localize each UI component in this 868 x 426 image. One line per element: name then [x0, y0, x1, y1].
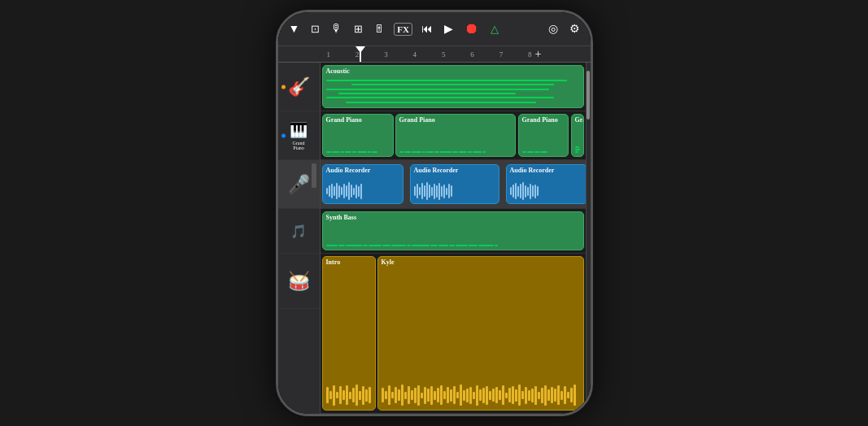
track-header-piano[interactable]: 🎹 GrandPiano — [278, 111, 320, 160]
midi-dot — [430, 245, 438, 246]
midi-dot — [478, 245, 494, 246]
wave-bar — [349, 392, 351, 399]
wave-bar — [421, 183, 423, 199]
wave-bar — [365, 389, 368, 402]
wave-bar — [341, 187, 342, 195]
wave-bar — [426, 182, 428, 200]
playhead[interactable] — [360, 46, 361, 62]
track-header-acoustic[interactable]: 🎸 — [278, 63, 320, 111]
clip-audio-3[interactable]: Audio Recorder — [506, 164, 586, 204]
wave-bar — [531, 389, 534, 402]
midi-dot — [434, 151, 439, 153]
mic-icon[interactable]: 🎙 — [329, 21, 345, 37]
wave-bar — [346, 385, 348, 405]
acoustic-melody-lines — [326, 79, 580, 104]
clip-kyle[interactable]: Kyle — [377, 256, 584, 411]
wave-bar — [538, 392, 540, 399]
settings-icon[interactable]: ⚙ — [567, 20, 582, 37]
wave-bar — [336, 392, 338, 398]
fx-button[interactable]: FX — [394, 23, 412, 36]
track-headers: 🎸 🎹 GrandPiano 🎤 🎵 — [278, 63, 321, 414]
midi-dot — [473, 151, 482, 153]
wave-bar — [448, 184, 450, 198]
wave-bar — [329, 185, 330, 197]
wave-bar — [395, 387, 397, 403]
wave-bar — [567, 392, 569, 398]
scrollbar-thumb[interactable] — [587, 71, 590, 120]
wave-bar — [512, 386, 514, 404]
clip-piano-header[interactable]: Grand Piano — [322, 114, 394, 157]
clip-intro[interactable]: Intro — [322, 256, 376, 411]
clip-piano-3[interactable]: Grand Piano — [571, 114, 584, 157]
ruler-mark-7: 7 — [499, 50, 504, 59]
wave-bar — [329, 391, 332, 399]
wave-bar — [424, 387, 426, 404]
clip-audio-2[interactable]: Audio Recorder — [410, 164, 499, 204]
midi-dot — [534, 151, 539, 153]
tracks-icon[interactable]: ⊡ — [308, 21, 322, 37]
melody-line — [338, 93, 516, 94]
wave-bar — [382, 388, 384, 402]
track-header-synth[interactable]: 🎵 — [278, 209, 320, 254]
wave-bar — [473, 392, 475, 399]
metronome-icon[interactable]: △ — [488, 21, 501, 37]
wave-bar — [441, 186, 443, 197]
wave-bar — [369, 387, 371, 403]
ruler-mark-1: 1 — [327, 50, 331, 59]
wave-bar — [554, 389, 556, 402]
add-track-button[interactable]: + — [535, 48, 542, 61]
wave-bar — [391, 392, 394, 398]
wave-bar — [476, 385, 478, 406]
track-dot-acoustic — [281, 85, 286, 89]
wave-bar — [456, 392, 459, 398]
wave-bar — [360, 184, 362, 199]
track-header-drums[interactable]: 🥁 — [278, 254, 320, 309]
wave-bar — [417, 184, 418, 198]
wave-bar — [417, 385, 420, 406]
right-scrollbar[interactable] — [586, 63, 591, 414]
play-button[interactable]: ▶ — [442, 20, 456, 37]
midi-dot — [426, 151, 434, 153]
midi-dot — [382, 245, 390, 246]
dropdown-icon[interactable]: ▼ — [286, 21, 303, 37]
midi-dot — [412, 245, 430, 246]
rewind-button[interactable]: ⏮ — [419, 21, 435, 37]
melody-line — [346, 102, 536, 103]
wave-bar — [326, 188, 328, 194]
clip-acoustic[interactable]: Acoustic — [322, 65, 584, 108]
midi-dot — [459, 151, 467, 153]
melody-line — [326, 89, 550, 90]
clip-audio-1[interactable]: Audio Recorder — [322, 164, 403, 204]
clip-label-kyle: Kyle — [378, 257, 583, 267]
grid-icon[interactable]: ⊞ — [351, 21, 365, 37]
wave-bar — [440, 385, 443, 405]
phone-screen: ▼ ⊡ 🎙 ⊞ 🎚 FX ⏮ ▶ ⏺ △ ◎ ⚙ 1 2 3 4 5 6 7 — [278, 12, 591, 414]
wave-bar — [334, 186, 335, 196]
wave-bar — [401, 385, 403, 406]
spacer — [508, 28, 539, 31]
wave-bar — [525, 185, 526, 198]
track-content-area: Acoustic Gr — [321, 63, 586, 414]
wave-bar — [453, 386, 456, 404]
clip-label-audio-3: Audio Recorder — [507, 165, 586, 176]
track-header-audio[interactable]: 🎤 — [278, 160, 320, 209]
clip-label-acoustic: Acoustic — [323, 66, 583, 76]
ruler-mark-6: 6 — [470, 50, 474, 59]
clip-piano-2[interactable]: Grand Piano — [518, 114, 569, 157]
piano-midi-3 — [575, 146, 580, 153]
wave-bar — [326, 387, 329, 403]
record-button[interactable]: ⏺ — [462, 19, 482, 39]
wave-bar — [479, 389, 482, 401]
wave-bar — [537, 186, 539, 196]
clip-piano-main[interactable]: Grand Piano — [395, 114, 516, 157]
piano-midi-2 — [522, 151, 565, 153]
wave-bar — [518, 385, 521, 406]
clip-synth[interactable]: Synth Bass — [322, 211, 584, 250]
mixer-icon[interactable]: 🎚 — [372, 21, 387, 37]
clip-label-grand-piano-3: Grand Piano — [572, 115, 583, 125]
wave-bar — [525, 387, 527, 404]
track-row-drums: Intro — [321, 254, 586, 414]
wave-bar — [352, 388, 355, 402]
wave-bar — [359, 391, 361, 400]
headphones-icon[interactable]: ◎ — [546, 20, 560, 37]
